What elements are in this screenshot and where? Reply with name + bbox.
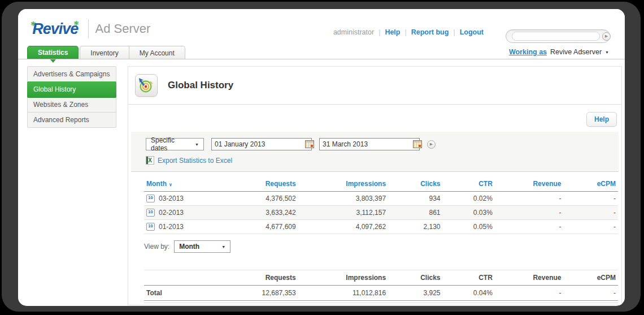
clicks-value: 2,130 [388,220,442,234]
date-preset-select[interactable]: Specific dates ▼ [146,138,204,150]
sort-chevron-icon: ∨ [169,182,172,187]
ctr-value: 0.05% [443,220,495,234]
main-panel: Global History Help Specific dates ▼ [128,66,622,305]
revenue-value: - [495,206,564,220]
total-label: Total [144,286,225,301]
calendar-icon[interactable] [413,140,422,148]
clicks-value: 861 [388,206,442,220]
revenue-value: - [495,192,564,206]
brand-name: Revive [32,20,78,38]
search-input[interactable] [512,32,600,41]
search-box: ▶ [506,29,610,43]
leaf-icon: ❃ [73,20,79,27]
main-tabs: Statistics Inventory My Account Working … [18,45,625,59]
working-as-label[interactable]: Working as [509,48,547,56]
app-window: ❃ Revive ❃ Ad Server administrator | Hel… [18,9,625,306]
sidebar-item-global-history[interactable]: Global History [27,81,116,98]
impressions-value: 3,803,397 [298,192,388,206]
view-by-select[interactable]: Month ▼ [174,240,230,253]
end-date-input[interactable] [320,139,413,149]
month-value: 02-2013 [159,209,184,217]
clicks-value: 934 [388,192,442,206]
totals-table: Requests Impressions Clicks CTR Revenue … [144,270,618,301]
ecpm-value: - [563,206,618,220]
requests-value: 3,633,242 [225,206,298,220]
working-as-account[interactable]: Revive Adserver [550,48,602,56]
view-by-label: View by: [144,243,169,251]
help-button[interactable]: Help [586,112,617,127]
export-to-excel-link[interactable]: Export Statistics to Excel [158,157,232,165]
sidebar-item-websites-zones[interactable]: Websites & Zones [28,97,116,113]
ctr-value: 0.03% [443,206,495,220]
totals-header-ecpm: eCPM [563,270,618,286]
column-header-clicks[interactable]: Clicks [388,176,442,192]
column-header-ctr[interactable]: CTR [443,176,495,192]
total-clicks: 3,925 [388,286,442,301]
totals-header-requests: Requests [225,270,298,286]
user-nav: administrator | Help | Report bug | Logo… [333,28,484,36]
device-frame: ❃ Revive ❃ Ad Server administrator | Hel… [0,0,644,315]
calendar-icon[interactable] [305,140,314,148]
logout-link[interactable]: Logout [460,28,484,36]
table-row: 1003-2013 4,376,502 3,803,397 934 0.02% … [144,192,618,206]
search-go-button[interactable]: ▶ [602,32,611,41]
column-header-month[interactable]: Month∨ [144,176,225,192]
working-as-selector[interactable]: Working as Revive Adserver ▼ [509,48,609,56]
calendar-day-icon: 10 [146,209,155,217]
revenue-value: - [495,220,564,234]
total-ecpm: - [563,286,618,301]
sidebar: Advertisers & Campaigns Global History W… [27,66,116,128]
product-name: Ad Server [95,21,151,36]
total-impressions: 11,012,816 [298,286,388,301]
total-revenue: - [495,286,564,301]
tab-inventory[interactable]: Inventory [80,46,128,59]
total-ctr: 0.04% [443,286,495,301]
username-label: administrator [333,28,374,36]
totals-header-ctr: CTR [443,270,495,286]
table-row: 1002-2013 3,633,242 3,112,157 861 0.03% … [144,206,618,220]
requests-value: 4,677,609 [225,220,298,234]
logo-divider [88,19,89,38]
impressions-value: 4,097,262 [298,220,388,234]
requests-value: 4,376,502 [225,192,298,206]
chevron-down-icon: ▼ [605,50,609,54]
impressions-value: 3,112,157 [298,206,388,220]
top-bar: ❃ Revive ❃ Ad Server administrator | Hel… [18,9,625,45]
column-header-impressions[interactable]: Impressions [298,176,388,192]
global-history-target-icon [135,74,158,97]
month-value: 01-2013 [159,223,184,231]
calendar-day-icon: 10 [146,223,155,231]
ecpm-value: - [563,220,618,234]
apply-dates-button[interactable]: ▶ [427,140,436,149]
totals-section: Requests Impressions Clicks CTR Revenue … [128,270,621,303]
statistics-table: Month∨ Requests Impressions Clicks CTR R… [144,176,618,234]
tab-my-account[interactable]: My Account [129,46,185,59]
totals-header-revenue: Revenue [495,270,564,286]
excel-icon: X [146,156,154,165]
table-row: 1001-2013 4,677,609 4,097,262 2,130 0.05… [144,220,618,234]
revive-logo: ❃ Revive ❃ Ad Server [27,16,150,38]
end-date-field [319,138,420,150]
start-date-field [211,138,312,150]
tab-statistics[interactable]: Statistics [27,46,79,59]
report-bug-link[interactable]: Report bug [411,28,449,36]
calendar-day-icon: 10 [146,195,155,202]
month-value: 03-2013 [159,195,184,202]
sidebar-item-advertisers-campaigns[interactable]: Advertisers & Campaigns [28,67,116,82]
help-link[interactable]: Help [385,28,400,36]
total-requests: 12,687,353 [225,286,298,301]
ecpm-value: - [563,192,618,206]
ctr-value: 0.02% [443,192,495,206]
column-header-ecpm[interactable]: eCPM [563,176,618,192]
column-header-revenue[interactable]: Revenue [495,176,564,192]
total-row: Total 12,687,353 11,012,816 3,925 0.04% … [144,286,618,301]
sidebar-item-advanced-reports[interactable]: Advanced Reports [28,113,116,127]
chevron-down-icon: ▼ [195,143,199,146]
page-title: Global History [168,80,233,91]
start-date-input[interactable] [212,139,305,149]
chevron-down-icon: ▼ [221,245,225,249]
totals-header-impressions: Impressions [298,270,388,286]
column-header-requests[interactable]: Requests [225,176,298,192]
panel-header: Global History [128,67,621,105]
content-area: Advertisers & Campaigns Global History W… [18,59,625,305]
